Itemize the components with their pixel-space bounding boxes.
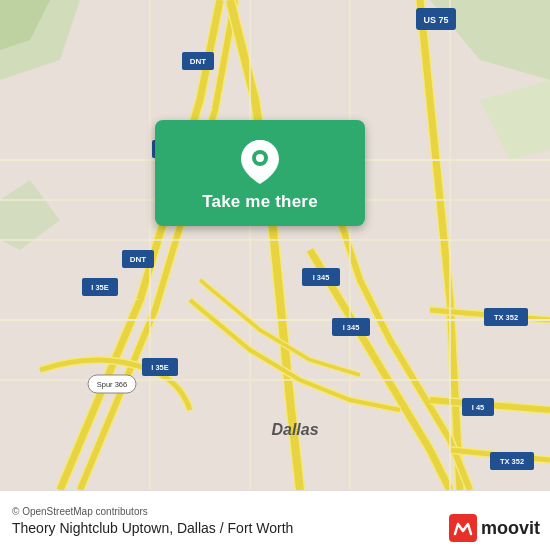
svg-text:TX 352: TX 352 <box>500 457 524 466</box>
location-pin-icon <box>236 136 284 184</box>
svg-text:I 345: I 345 <box>343 323 360 332</box>
svg-text:I 35E: I 35E <box>151 363 169 372</box>
svg-text:Spur 366: Spur 366 <box>97 380 127 389</box>
svg-text:US 75: US 75 <box>423 15 448 25</box>
svg-text:Dallas: Dallas <box>271 421 318 438</box>
place-title: Theory Nightclub Uptown, Dallas / Fort W… <box>12 520 293 536</box>
map-container: US 75 DNT DNT DNT I 35E I 35E I 345 I 34… <box>0 0 550 490</box>
svg-text:I 35E: I 35E <box>91 283 109 292</box>
moovit-m-icon <box>449 514 477 542</box>
svg-text:DNT: DNT <box>190 57 207 66</box>
svg-point-42 <box>256 154 264 162</box>
bottom-bar: © OpenStreetMap contributors Theory Nigh… <box>0 490 550 550</box>
moovit-text: moovit <box>481 518 540 539</box>
svg-text:I 45: I 45 <box>472 403 485 412</box>
svg-text:I 345: I 345 <box>313 273 330 282</box>
take-me-there-label: Take me there <box>202 192 318 212</box>
svg-text:DNT: DNT <box>130 255 147 264</box>
svg-text:TX 352: TX 352 <box>494 313 518 322</box>
moovit-logo: moovit <box>449 514 540 542</box>
take-me-there-card[interactable]: Take me there <box>155 120 365 226</box>
